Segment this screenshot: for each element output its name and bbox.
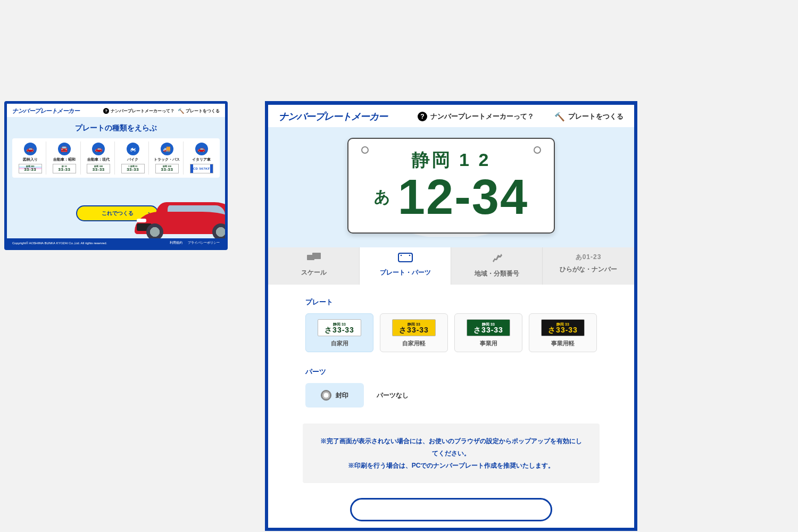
car-icon: 🚗 — [24, 143, 37, 155]
app-window-plate-editor: ナンバープレートメーカー ? ナンバープレートメーカーって？ 🔨 プレートをつく… — [265, 101, 637, 531]
help-icon: ? — [103, 108, 109, 114]
make-plate-link[interactable]: 🔨 プレートをつくる — [554, 112, 624, 122]
plate-option-commercial[interactable]: 静岡 33 さ33-33 事業用 — [454, 313, 522, 352]
number-sample-icon: あ01-23 — [576, 253, 602, 262]
scale-icon — [307, 253, 321, 265]
seal-icon — [321, 390, 331, 401]
svg-point-3 — [400, 255, 402, 256]
screw-icon — [534, 146, 541, 154]
truck-icon: 🚚 — [161, 143, 173, 155]
parts-options: 封印 パーツなし — [305, 383, 597, 408]
tab-plate-parts[interactable]: プレート・パーツ — [360, 247, 451, 285]
plate-thumbnail: 静岡 33 さ33-33 — [541, 319, 585, 336]
notice-line: ※印刷を行う場合は、PCでのナンバープレート作成を推奨いたします。 — [319, 460, 584, 472]
plate-option-private[interactable]: 静岡 33 さ33-33 自家用 — [305, 313, 373, 352]
privacy-link[interactable]: プライバシーポリシー — [188, 240, 220, 245]
about-link[interactable]: ? ナンバープレートメーカーって？ — [103, 108, 174, 114]
help-icon: ? — [418, 112, 427, 121]
tab-hiragana-number[interactable]: あ01-23 ひらがな・ナンバー — [543, 247, 634, 285]
plate-style-options: 静岡 33 さ33-33 自家用 静岡 33 さ33-33 自家用軽 静岡 33… — [305, 313, 597, 352]
category-item[interactable]: 🏍 バイク 1 静岡 33 33-33 — [117, 142, 149, 174]
car-icon: 🚘 — [58, 143, 71, 155]
editor-tabs: スケール プレート・パーツ 地域・分類番号 あ01-23 ひらがな・ナンバー — [268, 247, 634, 285]
copyright: Copyright© AOSHIMA BUNKA KYOZAI Co.,Ltd.… — [12, 242, 107, 245]
notice-box: ※完了画面が表示されない場合には、お使いのブラウザの設定からポップアップを有効に… — [303, 423, 600, 483]
section-title-plate: プレート — [305, 297, 597, 307]
svg-rect-1 — [312, 253, 321, 259]
header: ナンバープレートメーカー ? ナンバープレートメーカーって？ 🔨 プレートをつく… — [268, 105, 634, 127]
plate-thumbnail: 静岡 300 33-33 — [19, 164, 42, 173]
plate-number: 12-34 — [398, 172, 528, 221]
gavel-icon: 🔨 — [178, 108, 184, 114]
category-item[interactable]: 🚗 図柄入り 静岡 300 33-33 — [14, 142, 46, 174]
plate-hiragana: あ — [374, 186, 390, 208]
plate-thumbnail: 静岡 33 さ33-33 — [318, 319, 361, 336]
plate-icon — [398, 253, 413, 265]
category-item[interactable]: 🚗 自動車：現代 静岡 300 33-33 — [83, 142, 115, 174]
plate-thumbnail: 静岡 300 33-33 — [87, 164, 110, 173]
app-window-plate-type-select: ナンバープレートメーカー ? ナンバープレートメーカーって？ 🔨 プレートをつく… — [4, 101, 228, 250]
app-logo: ナンバープレートメーカー — [12, 107, 79, 115]
tab-region-class[interactable]: 地域・分類番号 — [451, 247, 543, 285]
svg-rect-2 — [398, 253, 412, 262]
gavel-icon: 🔨 — [554, 112, 565, 122]
about-link[interactable]: ? ナンバープレートメーカーって？ — [418, 112, 534, 121]
screw-icon — [361, 146, 369, 154]
app-logo: ナンバープレートメーカー — [279, 110, 387, 123]
japan-map-icon — [491, 253, 503, 266]
parts-option-none[interactable]: パーツなし — [377, 391, 409, 400]
plate-thumbnail: 静岡 33 さ33-33 — [392, 319, 436, 336]
category-item[interactable]: 🚘 自動車：昭和 静 33 33-33 — [48, 142, 80, 174]
section-title-parts: パーツ — [305, 367, 597, 377]
primary-cta-button[interactable] — [350, 498, 552, 521]
make-plate-link[interactable]: 🔨 プレートをつくる — [178, 108, 220, 114]
plate-thumbnail: 静岡 33 さ33-33 — [467, 319, 510, 336]
plate-option-private-kei[interactable]: 静岡 33 さ33-33 自家用軽 — [380, 313, 448, 352]
plate-thumbnail: 静 33 33-33 — [53, 164, 76, 173]
car-icon: 🚗 — [92, 143, 105, 155]
plate-preview-area: 静岡 1 2 あ 12-34 — [268, 127, 634, 247]
notice-line: ※完了画面が表示されない場合には、お使いのブラウザの設定からポップアップを有効に… — [319, 435, 584, 460]
parts-option-seal[interactable]: 封印 — [305, 383, 364, 408]
plate-thumbnail: 静岡 300 33-33 — [155, 164, 179, 173]
motorcycle-icon: 🏍 — [127, 143, 139, 155]
page-title: プレートの種類をえらぶ — [12, 123, 220, 133]
plate-thumbnail: 1 静岡 33 33-33 — [121, 164, 145, 173]
plate-region-line: 静岡 1 2 — [412, 148, 491, 172]
footer: Copyright© AOSHIMA BUNKA KYOZAI Co.,Ltd.… — [7, 238, 225, 247]
car-illustration — [135, 202, 225, 238]
terms-link[interactable]: 利用規約 — [170, 240, 182, 245]
category-item[interactable]: 🚚 トラック・バス 静岡 300 33-33 — [151, 142, 183, 174]
main-panel: プレートの種類をえらぶ 🚗 図柄入り 静岡 300 33-33 🚘 自動車：昭和… — [7, 117, 225, 238]
plate-thumbnail: CD 567KF — [190, 164, 213, 173]
tab-content-plate-parts: プレート 静岡 33 さ33-33 自家用 静岡 33 さ33-33 自家用軽 … — [268, 285, 634, 531]
tab-scale[interactable]: スケール — [268, 247, 360, 285]
car-icon: 🚗 — [195, 143, 208, 155]
category-item[interactable]: 🚗 イタリア車 CD 567KF — [186, 142, 218, 174]
plate-preview: 静岡 1 2 あ 12-34 — [347, 138, 555, 234]
category-grid: 🚗 図柄入り 静岡 300 33-33 🚘 自動車：昭和 静 33 33-33 … — [12, 138, 220, 178]
plate-option-commercial-kei[interactable]: 静岡 33 さ33-33 事業用軽 — [529, 313, 597, 352]
header: ナンバープレートメーカー ? ナンバープレートメーカーって？ 🔨 プレートをつく… — [7, 104, 225, 117]
svg-point-4 — [409, 255, 410, 256]
